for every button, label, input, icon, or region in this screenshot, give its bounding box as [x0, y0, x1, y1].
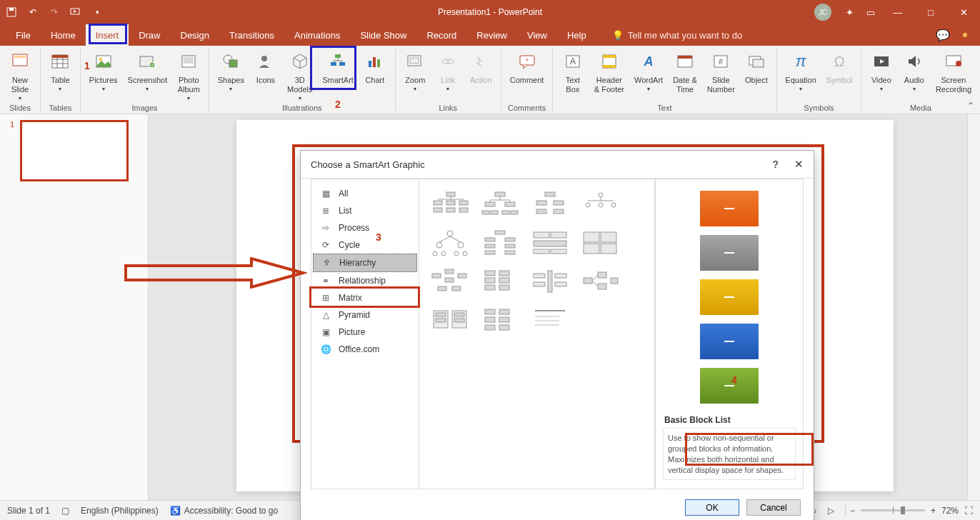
date-time-button[interactable]: Date & Time — [669, 47, 701, 96]
tab-slideshow[interactable]: Slide Show — [350, 24, 416, 46]
layout-option[interactable] — [579, 189, 621, 219]
photo-album-button[interactable]: Photo Album▾ — [173, 47, 204, 103]
layout-option[interactable] — [429, 189, 471, 219]
tab-file[interactable]: File — [6, 24, 41, 46]
layout-option[interactable] — [429, 305, 471, 335]
category-list[interactable]: ≣List — [313, 202, 417, 219]
ribbon-display-options-icon[interactable]: ▭ — [860, 0, 881, 24]
zoom-percent[interactable]: 72% — [941, 506, 959, 516]
svg-rect-119 — [499, 285, 509, 290]
object-button[interactable]: Object — [741, 47, 772, 86]
tab-record[interactable]: Record — [416, 24, 466, 46]
minimize-button[interactable]: ― — [881, 0, 914, 24]
layout-option[interactable] — [579, 266, 621, 296]
category-process[interactable]: ⇨Process — [313, 219, 417, 236]
redo-icon[interactable]: ↷ — [49, 6, 60, 18]
fit-to-window-button[interactable]: ⛶ — [964, 506, 973, 516]
category-all[interactable]: ▦All — [313, 185, 417, 202]
close-button[interactable]: ✕ — [947, 0, 980, 24]
category-relationship[interactable]: ⚭Relationship — [313, 272, 417, 289]
table-button[interactable]: Table▾ — [44, 47, 76, 94]
start-from-beginning-icon[interactable] — [70, 6, 81, 18]
status-accessibility[interactable]: ♿Accessibility: Good to go — [170, 506, 278, 516]
layout-option[interactable] — [529, 266, 571, 296]
svg-rect-66 — [502, 211, 509, 214]
category-office[interactable]: 🌐Office.com — [313, 341, 417, 358]
tab-draw[interactable]: Draw — [129, 24, 170, 46]
status-language[interactable]: English (Philippines) — [81, 506, 159, 516]
layout-option[interactable] — [479, 266, 521, 296]
shapes-button[interactable]: Shapes▾ — [214, 47, 249, 94]
svg-rect-111 — [458, 274, 466, 278]
view-slideshow-button[interactable]: ▷ — [823, 504, 840, 518]
layout-option[interactable] — [529, 189, 571, 219]
globe-icon: 🌐 — [320, 344, 331, 354]
magic-icon[interactable]: ✦ — [839, 0, 860, 24]
tab-design[interactable]: Design — [171, 24, 219, 46]
pictures-button[interactable]: Pictures▾ — [85, 47, 122, 94]
collapse-ribbon-icon[interactable]: ⌃ — [967, 101, 974, 111]
audio-button[interactable]: Audio▾ — [899, 47, 930, 94]
zoom-in-button[interactable]: + — [931, 506, 936, 516]
layout-gallery[interactable] — [419, 179, 655, 489]
layout-option[interactable] — [479, 305, 521, 335]
share-icon[interactable]: 💬 — [936, 29, 950, 42]
maximize-button[interactable]: □ — [914, 0, 947, 24]
tab-view[interactable]: View — [517, 24, 557, 46]
tab-help[interactable]: Help — [557, 24, 596, 46]
3d-models-button[interactable]: 3D Models▾ — [283, 47, 316, 103]
tab-home[interactable]: Home — [41, 24, 86, 46]
category-matrix[interactable]: ⊞Matrix — [313, 289, 417, 306]
category-hierarchy[interactable]: ♆Hierarchy — [313, 254, 417, 272]
equation-button[interactable]: πEquation▾ — [781, 47, 820, 94]
screen-recording-button[interactable]: Screen Recording — [931, 47, 976, 96]
layout-option[interactable] — [529, 228, 571, 258]
text-box-button[interactable]: AText Box — [557, 47, 589, 96]
status-slide-info[interactable]: Slide 1 of 1 — [7, 506, 50, 516]
tab-animations[interactable]: Animations — [284, 24, 350, 46]
tab-insert[interactable]: Insert — [86, 24, 129, 46]
layout-option[interactable] — [429, 266, 471, 296]
screenshot-button[interactable]: +Screenshot▾ — [124, 47, 172, 94]
smartart-button[interactable]: SmartArt — [318, 47, 357, 86]
layout-option[interactable] — [529, 305, 571, 335]
header-footer-button[interactable]: Header & Footer — [590, 47, 629, 96]
category-pyramid[interactable]: △Pyramid — [313, 306, 417, 324]
svg-rect-57 — [459, 201, 468, 205]
layout-option[interactable] — [479, 189, 521, 219]
chart-button[interactable]: Chart — [359, 47, 391, 86]
zoom-slider[interactable] — [861, 509, 925, 511]
new-slide-button[interactable]: New Slide▾ — [4, 47, 36, 103]
comment-button[interactable]: +Comment — [506, 47, 549, 86]
wordart-button[interactable]: AWordArt▾ — [630, 47, 667, 94]
zoom-out-button[interactable]: − — [850, 506, 855, 516]
category-cycle[interactable]: ⟳Cycle — [313, 236, 417, 254]
tab-transitions[interactable]: Transitions — [219, 24, 284, 46]
svg-rect-30 — [377, 59, 380, 67]
category-picture[interactable]: ▣Picture — [313, 324, 417, 341]
status-spellcheck[interactable]: ▢ — [61, 506, 69, 516]
save-icon[interactable] — [6, 6, 17, 18]
slide-thumb-1[interactable] — [20, 120, 129, 181]
slides-pane[interactable]: 1 — [0, 114, 149, 500]
all-icon: ▦ — [320, 189, 331, 199]
tell-me-search[interactable]: 💡 Tell me what you want to do — [612, 24, 742, 46]
layout-option[interactable] — [429, 228, 471, 258]
slide-number-button[interactable]: #Slide Number — [703, 47, 739, 96]
layout-option[interactable] — [479, 228, 521, 258]
undo-icon[interactable]: ↶ — [27, 6, 39, 18]
user-avatar[interactable]: JC — [814, 4, 831, 21]
video-button[interactable]: Video▾ — [866, 47, 897, 94]
qat-customize-icon[interactable]: ▾ — [91, 6, 103, 18]
tab-review[interactable]: Review — [466, 24, 517, 46]
text-box-icon: A — [561, 50, 584, 73]
dialog-help-button[interactable]: ? — [772, 159, 779, 170]
layout-option[interactable] — [579, 228, 621, 258]
dialog-close-button[interactable]: ✕ — [794, 158, 804, 171]
vertical-scrollbar[interactable] — [967, 114, 980, 500]
icons-button[interactable]: Icons — [250, 47, 281, 86]
zoom-button[interactable]: Zoom▾ — [399, 47, 431, 94]
ok-button[interactable]: OK — [685, 499, 739, 516]
svg-rect-125 — [584, 278, 592, 284]
cancel-button[interactable]: Cancel — [746, 499, 801, 516]
